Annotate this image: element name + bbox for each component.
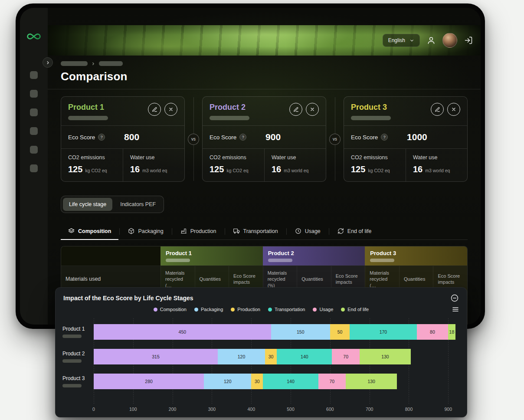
remove-product-button[interactable] — [164, 103, 177, 116]
help-icon[interactable]: ? — [98, 134, 105, 141]
metric-label: Water use — [130, 154, 177, 161]
product-name: Product 1 — [68, 103, 108, 112]
metric-unit: kg CO2 eq — [368, 168, 390, 173]
life-cycle-tabs: Composition Packaging Production — [61, 223, 468, 240]
remove-product-button[interactable] — [306, 103, 319, 116]
user-account-button[interactable] — [427, 36, 436, 45]
tab-composition[interactable]: Composition — [61, 223, 118, 240]
group-skeleton — [166, 259, 190, 262]
sidebar-item-2[interactable] — [30, 90, 38, 98]
bar-segment-production[interactable]: 30 — [251, 374, 263, 389]
bar-segment-usage[interactable]: 70 — [318, 374, 346, 389]
sidebar-item-1[interactable] — [30, 71, 38, 79]
bar-segment-usage[interactable]: 70 — [332, 349, 360, 364]
chart-category-label: Product 2 — [62, 351, 94, 357]
metric-value: 16 — [413, 164, 422, 174]
group-product-name: Product 2 — [268, 250, 360, 256]
legend-item-packaging[interactable]: Packaging — [194, 307, 223, 312]
product-card-actions — [148, 103, 177, 120]
metrics-row: CO2 emissions 125 kg CO2 eq Water use 16 — [61, 148, 184, 181]
eco-score-row: Eco Score ? 800 — [61, 125, 184, 148]
bar-segment-packaging[interactable]: 150 — [271, 324, 330, 340]
tab-divider — [225, 228, 225, 235]
app-window: English — [16, 3, 485, 329]
legend-item-end-of-life[interactable]: End of life — [341, 307, 369, 312]
legend-dot — [268, 308, 272, 312]
chart-menu-button[interactable] — [452, 306, 459, 313]
breadcrumb-skeleton-2[interactable] — [99, 61, 123, 66]
product-card-3: Product 3 — [344, 96, 468, 182]
bar-segment-transportation[interactable]: 140 — [263, 374, 318, 389]
tab-transportation[interactable]: Transportation — [226, 223, 285, 240]
minus-circle-icon — [450, 294, 459, 302]
water-metric: Water use 16 m3 world eq — [123, 149, 184, 181]
sidebar-item-6[interactable] — [30, 164, 38, 172]
remove-product-button[interactable] — [447, 103, 460, 116]
chevron-right-icon — [46, 60, 50, 65]
collapse-panel-button[interactable] — [450, 294, 459, 302]
hamburger-icon — [452, 306, 459, 313]
breadcrumb-skeleton-1[interactable] — [61, 61, 88, 66]
sidebar-expand-button[interactable] — [43, 57, 53, 68]
co2-metric: CO2 emissions 125 kg CO2 eq — [344, 149, 406, 181]
bar-segment-end-of-life[interactable]: 130 — [346, 374, 397, 389]
tab-production[interactable]: Production — [173, 223, 224, 240]
avatar[interactable] — [442, 33, 457, 48]
bar-segment-end-of-life[interactable]: 130 — [360, 349, 411, 364]
edit-product-button[interactable] — [289, 103, 302, 116]
x-axis-tick: 100 — [129, 407, 137, 412]
language-select[interactable]: English — [383, 34, 420, 47]
bar-segment-composition[interactable]: 450 — [94, 324, 271, 340]
bar-segment-packaging[interactable]: 120 — [218, 349, 265, 364]
legend-item-transportation[interactable]: Transportation — [268, 307, 305, 312]
legend-item-production[interactable]: Production — [231, 307, 260, 312]
metric-value: 125 — [210, 164, 224, 174]
app-frame: English — [20, 8, 481, 325]
tab-end-of-life[interactable]: End of life — [330, 223, 379, 240]
group-product-name: Product 3 — [370, 250, 462, 256]
vs-separator: vs — [185, 96, 202, 182]
legend-label: End of life — [347, 307, 369, 312]
tab-packaging[interactable]: Packaging — [121, 223, 170, 240]
x-axis-tick: 500 — [287, 407, 295, 412]
chevron-down-icon — [409, 38, 414, 43]
bar-segment-end-of-life[interactable]: 18 — [448, 324, 455, 340]
close-icon — [168, 107, 174, 112]
sidebar-item-3[interactable] — [30, 108, 38, 116]
edit-product-button[interactable] — [148, 103, 161, 116]
metric-label: CO2 emissions — [68, 154, 116, 161]
toggle-indicators-pef[interactable]: Indicators PEF — [114, 198, 162, 211]
chart-title: Impact of the Eco Score by Life Cycle St… — [63, 295, 193, 302]
bar-segment-usage[interactable]: 80 — [417, 324, 449, 340]
bar-segment-transportation[interactable]: 140 — [277, 349, 332, 364]
edit-product-button[interactable] — [431, 103, 444, 116]
legend-item-composition[interactable]: Composition — [154, 307, 187, 312]
bar-segment-composition[interactable]: 280 — [94, 374, 204, 389]
sidebar-item-5[interactable] — [30, 146, 38, 154]
pencil-icon — [293, 107, 299, 112]
co2-metric: CO2 emissions 125 kg CO2 eq — [61, 149, 123, 181]
eco-score-value: 900 — [265, 132, 319, 142]
x-axis-tick: 0 — [92, 407, 95, 412]
eco-score-row: Eco Score ? 1000 — [344, 125, 467, 148]
legend-item-usage[interactable]: Usage — [313, 307, 333, 312]
stacked-bar-product-1: 450150501708018 — [94, 324, 458, 340]
sidebar-item-4[interactable] — [30, 127, 38, 135]
bar-segment-production[interactable]: 50 — [330, 324, 350, 340]
bar-segment-transportation[interactable]: 170 — [350, 324, 416, 340]
vs-badge: vs — [188, 134, 199, 145]
eco-score-row: Eco Score ? 900 — [203, 125, 326, 148]
product-card-header: Product 1 — [61, 97, 184, 125]
chart-bar-rows: 4501505017080183151203014070130280120301… — [94, 318, 458, 404]
logout-button[interactable] — [464, 36, 473, 45]
help-icon[interactable]: ? — [239, 134, 246, 141]
bar-segment-production[interactable]: 30 — [265, 349, 277, 364]
chart-category-column: Product 1Product 2Product 3 — [62, 318, 94, 404]
bar-segment-packaging[interactable]: 120 — [204, 374, 251, 389]
x-axis-tick: 700 — [366, 407, 373, 412]
metric-value: 16 — [272, 164, 281, 174]
toggle-life-cycle-stage[interactable]: Life cycle stage — [63, 198, 112, 211]
bar-segment-composition[interactable]: 315 — [94, 349, 218, 364]
tab-usage[interactable]: Usage — [288, 223, 328, 240]
help-icon[interactable]: ? — [381, 134, 388, 141]
